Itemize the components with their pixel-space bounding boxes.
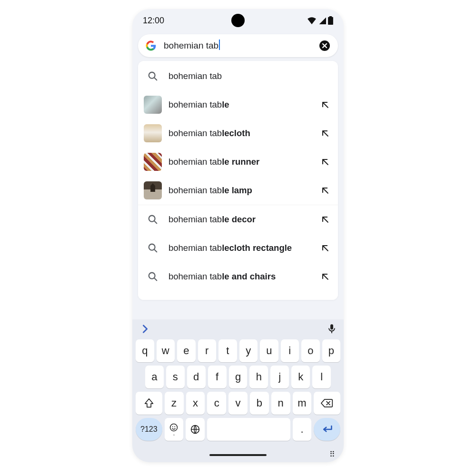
key-z[interactable]: z [165,392,184,415]
suggestion-completion: le [222,99,229,109]
language-key[interactable] [186,418,205,441]
suggestion-completion: lecloth [222,128,250,138]
key-n[interactable]: n [271,392,290,415]
suggestion-row[interactable]: bohemian tabs [138,291,338,300]
search-query-text: bohemian tab [164,40,218,50]
suggestion-text: bohemian tablecloth [169,128,318,139]
suggestion-search-icon-wrap [144,268,162,286]
key-w[interactable]: w [157,339,175,362]
status-icons [307,16,333,25]
suggestion-text: bohemian tablecloth rectangle [169,243,318,253]
suggestion-row[interactable]: bohemian table lamp [138,176,338,205]
key-p[interactable]: p [322,339,341,362]
key-j[interactable]: j [270,366,289,388]
battery-icon [328,16,333,25]
suggestion-row[interactable]: bohemian table and chairs [138,262,338,291]
spacebar-key[interactable] [207,418,290,441]
key-i[interactable]: i [281,339,299,362]
search-suggestions-list: bohemian tabbohemian tablebohemian table… [138,61,338,300]
globe-icon [190,425,200,434]
key-d[interactable]: d [187,366,206,388]
keyboard-handle-icon[interactable]: ⠿ [329,450,335,459]
key-g[interactable]: g [229,366,248,388]
key-q[interactable]: q [136,339,154,362]
emoji-key[interactable]: , [165,418,184,441]
keyboard-row-1: qwertyuiop [136,339,340,362]
key-f[interactable]: f [208,366,227,388]
key-s[interactable]: s [166,366,185,388]
cellular-icon [318,17,326,24]
insert-suggestion-button[interactable] [318,269,332,284]
key-b[interactable]: b [250,392,269,415]
symbols-key[interactable]: ?123 [136,418,162,441]
suggestion-search-icon-wrap [144,239,162,257]
suggestion-row[interactable]: bohemian table [138,90,338,119]
key-h[interactable]: h [249,366,268,388]
period-key[interactable]: . [293,418,312,441]
suggestion-search-icon-wrap [144,296,162,300]
suggestion-row[interactable]: bohemian tablecloth rectangle [138,234,338,262]
suggestion-row[interactable]: bohemian tab [138,62,338,90]
insert-suggestion-button[interactable] [318,98,332,112]
insert-suggestion-button[interactable] [318,298,332,300]
suggestion-search-icon-wrap [144,67,162,85]
suggestion-row[interactable]: bohemian table runner [138,148,338,176]
suggestion-thumbnail [144,124,162,142]
text-cursor [219,40,220,50]
insert-suggestion-button[interactable] [318,241,332,255]
shift-icon [144,398,154,408]
insert-suggestion-button[interactable] [318,212,332,227]
backspace-key[interactable] [314,392,340,415]
key-o[interactable]: o [301,339,320,362]
microphone-icon[interactable] [327,324,336,334]
key-t[interactable]: t [218,339,237,362]
suggestion-row[interactable]: bohemian table decor [138,205,338,234]
key-y[interactable]: y [239,339,258,362]
chevron-right-icon[interactable] [140,324,150,334]
suggestion-completion: lecloth rectangle [222,243,292,253]
key-k[interactable]: k [291,366,310,388]
shift-key[interactable] [136,392,162,415]
insert-arrow-icon [320,215,330,224]
search-bar[interactable]: bohemian tab [138,34,338,57]
suggestion-thumbnail [144,181,162,199]
svg-line-4 [154,221,157,224]
suggestion-prefix: bohemian tab [169,157,222,167]
enter-key[interactable] [314,418,340,441]
search-icon [148,243,158,253]
suggestion-prefix: bohemian tab [169,185,222,195]
suggestion-text: bohemian table lamp [169,185,318,196]
suggestion-row[interactable]: bohemian tablecloth [138,119,338,148]
key-u[interactable]: u [260,339,278,362]
backspace-icon [321,398,333,408]
key-e[interactable]: e [177,339,196,362]
suggestion-completion: le decor [222,214,256,224]
svg-point-15 [175,426,176,427]
on-screen-keyboard: qwertyuiop asdfghjkl zxcvbnm ?123 , [132,319,344,462]
insert-arrow-icon [320,129,330,138]
key-a[interactable]: a [145,366,164,388]
search-input[interactable]: bohemian tab [164,40,319,51]
suggestion-completion: le runner [222,157,259,167]
insert-suggestion-button[interactable] [318,155,332,169]
key-r[interactable]: r [198,339,217,362]
clear-icon[interactable] [319,40,330,51]
gesture-pill[interactable] [209,454,267,456]
suggestion-prefix: bohemian tab [169,271,222,281]
suggestion-text: bohemian tab [169,71,332,81]
suggestion-prefix: bohemian tab [169,99,222,109]
insert-suggestion-button[interactable] [318,126,332,140]
status-time: 12:00 [143,16,164,26]
key-l[interactable]: l [312,366,331,388]
search-icon [148,71,158,81]
key-m[interactable]: m [293,392,312,415]
insert-suggestion-button[interactable] [318,183,332,198]
key-v[interactable]: v [228,392,248,415]
svg-line-6 [154,249,157,252]
svg-point-14 [172,426,173,427]
status-bar: 12:00 [132,9,344,32]
svg-line-8 [154,278,157,281]
key-c[interactable]: c [207,392,226,415]
key-x[interactable]: x [186,392,205,415]
insert-arrow-icon [320,186,330,195]
